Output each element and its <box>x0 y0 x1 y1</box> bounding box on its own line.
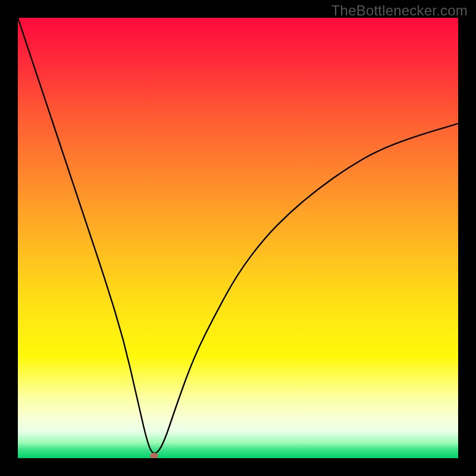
bottleneck-curve <box>18 18 458 458</box>
chart-frame: TheBottlenecker.com <box>0 0 476 476</box>
plot-area <box>18 18 458 458</box>
attribution-text: TheBottlenecker.com <box>331 2 468 19</box>
curve-path <box>18 18 458 453</box>
minimum-marker <box>150 453 158 458</box>
